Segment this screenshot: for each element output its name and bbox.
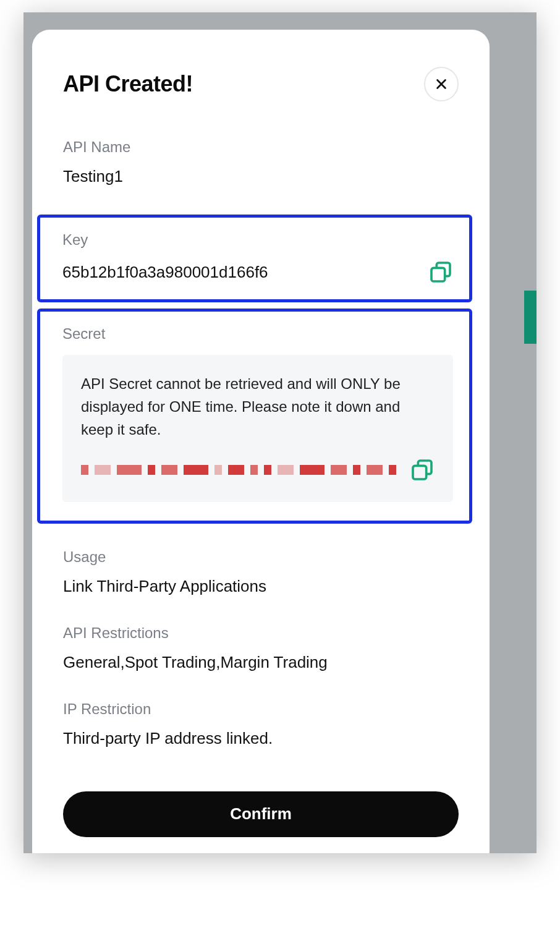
dialog-backdrop: API Created! API Name Testing1 Key 65b12… <box>23 12 537 853</box>
confirm-button[interactable]: Confirm <box>63 791 459 837</box>
usage-label: Usage <box>63 548 459 566</box>
field-ip-restriction: IP Restriction Third-party IP address li… <box>63 700 459 748</box>
key-label: Key <box>62 231 453 249</box>
key-row: 65b12b1f0a3a980001d166f6 <box>62 260 453 284</box>
copy-key-button[interactable] <box>428 260 453 284</box>
secret-redacted-value <box>81 465 396 475</box>
field-api-restrictions: API Restrictions General,Spot Trading,Ma… <box>63 624 459 672</box>
key-value: 65b12b1f0a3a980001d166f6 <box>62 263 268 282</box>
backdrop-accent <box>524 291 537 344</box>
close-button[interactable] <box>424 67 459 101</box>
svg-rect-3 <box>431 268 445 281</box>
secret-highlight-box: Secret API Secret cannot be retrieved an… <box>37 309 472 524</box>
secret-warning-text: API Secret cannot be retrieved and will … <box>81 372 435 441</box>
field-usage: Usage Link Third-Party Applications <box>63 548 459 596</box>
ip-restriction-label: IP Restriction <box>63 700 459 718</box>
key-highlight-box: Key 65b12b1f0a3a980001d166f6 <box>37 215 472 302</box>
svg-rect-5 <box>413 466 426 479</box>
field-api-name: API Name Testing1 <box>63 138 459 186</box>
copy-secret-button[interactable] <box>410 458 435 482</box>
api-name-label: API Name <box>63 138 459 156</box>
ip-restriction-value: Third-party IP address linked. <box>63 729 459 748</box>
api-created-dialog: API Created! API Name Testing1 Key 65b12… <box>32 30 490 853</box>
api-restrictions-value: General,Spot Trading,Margin Trading <box>63 653 459 672</box>
api-restrictions-label: API Restrictions <box>63 624 459 642</box>
dialog-header: API Created! <box>63 67 459 101</box>
secret-value-row <box>81 458 435 482</box>
api-name-value: Testing1 <box>63 167 459 186</box>
close-icon <box>435 77 448 91</box>
dialog-title: API Created! <box>63 71 193 97</box>
usage-value: Link Third-Party Applications <box>63 577 459 596</box>
secret-label: Secret <box>62 325 453 343</box>
secret-box: API Secret cannot be retrieved and will … <box>62 355 453 502</box>
